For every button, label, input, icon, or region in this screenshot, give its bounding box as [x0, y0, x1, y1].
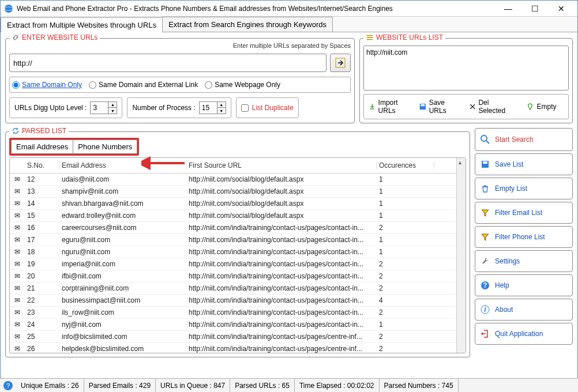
import-urls-button[interactable]: Import URLs [366, 97, 415, 116]
svg-point-0 [5, 5, 13, 13]
help-button[interactable]: ?Help [475, 274, 573, 296]
trash-icon [481, 184, 490, 193]
table-row[interactable]: ✉ 19 imperia@niit.com http://niit.com/in… [10, 258, 456, 270]
radio-same-domain[interactable]: Same Domain Only [12, 81, 82, 89]
scrollbar[interactable] [456, 158, 466, 353]
process-spinner[interactable]: ▲▼ [199, 101, 226, 114]
delete-icon [469, 103, 476, 111]
table-row[interactable]: ✉ 24 nyj@niit.com http://niit.com/india/… [10, 319, 456, 331]
go-button[interactable] [330, 54, 351, 72]
close-button[interactable]: ✕ [553, 3, 569, 14]
parsed-list-panel: PARSED LIST Email Addreses Phone Numbers… [5, 131, 470, 357]
envelope-icon: ✉ [12, 333, 25, 341]
process-label: Number of Process : [132, 104, 195, 112]
minimize-button[interactable]: — [500, 3, 516, 14]
table-row[interactable]: ✉ 15 edward.trolley@niit.com http://niit… [10, 210, 456, 222]
spin-down-icon[interactable]: ▼ [108, 108, 117, 114]
spin-down-icon[interactable]: ▼ [217, 108, 226, 114]
envelope-icon: ✉ [12, 260, 25, 268]
list-item[interactable]: http://niit.com [366, 48, 566, 56]
svg-rect-7 [483, 161, 487, 164]
envelope-icon: ✉ [12, 345, 25, 353]
tab-phone-numbers[interactable]: Phone Numbers [73, 140, 137, 154]
quit-button[interactable]: Quit Application [475, 323, 573, 345]
table-row[interactable]: ✉ 18 nguru@niit.com http://niit.com/indi… [10, 246, 456, 258]
filter-email-button[interactable]: Filter Email List [475, 202, 573, 224]
envelope-icon: ✉ [12, 248, 25, 256]
radio-same-domain-external[interactable]: Same Domain and External Link [89, 81, 198, 89]
envelope-icon: ✉ [12, 224, 25, 232]
table-row[interactable]: ✉ 17 eguru@niit.com http://niit.com/indi… [10, 234, 456, 246]
col-sno[interactable]: S.No. [25, 161, 59, 169]
wrench-icon [481, 257, 490, 266]
digg-level-box: URLs Digg Upto Level : ▲▼ [9, 97, 122, 118]
envelope-icon: ✉ [12, 187, 25, 195]
search-icon [480, 134, 490, 145]
status-parsed-emails: Parsed Emails : 429 [84, 379, 156, 392]
info-icon: i [481, 305, 490, 314]
envelope-icon: ✉ [12, 199, 25, 208]
start-search-button[interactable]: Start Search [475, 128, 573, 151]
envelope-icon: ✉ [12, 272, 25, 280]
main-tabs: Extract from Multiple Websites through U… [1, 17, 577, 32]
recycle-icon [526, 103, 534, 111]
delete-selected-button[interactable]: Del Selected [467, 97, 516, 116]
empty-button[interactable]: Empty [517, 97, 566, 116]
status-parsed-urls: Parsed URLs : 65 [230, 379, 295, 392]
table-row[interactable]: ✉ 16 careercourses@niit.com http://niit.… [10, 222, 456, 234]
svg-point-5 [481, 135, 487, 141]
envelope-icon: ✉ [12, 284, 25, 292]
funnel-icon [481, 208, 490, 217]
table-row[interactable]: ✉ 26 helpdesk@bicslimited.com http://nii… [10, 343, 456, 353]
col-occurences[interactable]: Occurences [377, 161, 434, 169]
save-list-button[interactable]: Save List [475, 153, 573, 175]
side-panel: Start Search Save List Empty List Filter… [475, 128, 573, 357]
enter-urls-panel: ENTER WEBSITE URLs Enter multiple URLs s… [5, 38, 355, 123]
table-row[interactable]: ✉ 25 info@bicslimited.com http://niit.co… [10, 331, 456, 343]
table-row[interactable]: ✉ 13 shampiv@niit.com http://niit.com/so… [10, 186, 456, 198]
status-time-elapsed: Time Elapsed : 00:02:02 [295, 379, 380, 392]
envelope-icon: ✉ [12, 175, 25, 183]
table-row[interactable]: ✉ 12 udais@niit.com http://niit.com/soci… [10, 174, 456, 186]
urls-list-title: WEBSITE URLs LIST [376, 33, 443, 42]
tab-email-addresses[interactable]: Email Addreses [11, 140, 73, 154]
status-parsed-numbers: Parsed Numbers : 745 [380, 379, 459, 392]
svg-text:?: ? [483, 281, 487, 289]
filter-phone-button[interactable]: Filter Phone List [475, 226, 573, 248]
status-urls-queue: URLs in Queue : 847 [156, 379, 230, 392]
link-icon [12, 33, 20, 42]
digg-label: URLs Digg Upto Level : [14, 104, 87, 112]
list-duplicate-check[interactable]: List Duplicate [236, 97, 299, 118]
tab-extract-keywords[interactable]: Extract from Search Engines through Keyw… [162, 17, 333, 32]
refresh-icon [12, 127, 20, 135]
spin-up-icon[interactable]: ▲ [217, 102, 226, 108]
table-row[interactable]: ✉ 21 corptraining@niit.com http://niit.c… [10, 282, 456, 295]
col-source[interactable]: First Source URL [186, 161, 377, 169]
envelope-icon: ✉ [12, 321, 25, 329]
download-icon [369, 103, 376, 111]
funnel-icon [481, 232, 490, 242]
urls-list-panel: WEBSITE URLs LIST http://niit.com Import… [359, 38, 573, 123]
spin-up-icon[interactable]: ▲ [108, 102, 117, 108]
table-row[interactable]: ✉ 20 ifbi@niit.com http://niit.com/india… [10, 270, 456, 282]
exit-icon [481, 329, 490, 338]
statusbar: ? Unique Emails : 26 Parsed Emails : 429… [0, 378, 578, 392]
maximize-button[interactable]: ☐ [527, 3, 543, 14]
svg-rect-4 [421, 104, 425, 106]
table-row[interactable]: ✉ 22 businessimpact@niit.com http://niit… [10, 295, 456, 307]
digg-level-spinner[interactable]: ▲▼ [90, 101, 117, 114]
save-urls-button[interactable]: Save URLs [416, 97, 466, 116]
save-icon [481, 160, 490, 169]
table-row[interactable]: ✉ 23 ils_row@niit.com http://niit.com/in… [10, 307, 456, 319]
empty-list-button[interactable]: Empty List [475, 178, 573, 199]
about-button[interactable]: iAbout [475, 299, 573, 321]
table-row[interactable]: ✉ 14 shivan.bhargava@niit.com http://nii… [10, 198, 456, 210]
settings-button[interactable]: Settings [475, 250, 573, 272]
status-help-icon[interactable]: ? [3, 381, 13, 390]
urls-listbox[interactable]: http://niit.com [363, 46, 569, 91]
radio-same-webpage[interactable]: Same Webpage Only [205, 81, 280, 89]
parsed-list-title: PARSED LIST [22, 127, 66, 135]
url-input[interactable] [9, 54, 326, 72]
tab-extract-urls[interactable]: Extract from Multiple Websites through U… [1, 17, 163, 32]
col-email[interactable]: Email Address [59, 161, 186, 169]
